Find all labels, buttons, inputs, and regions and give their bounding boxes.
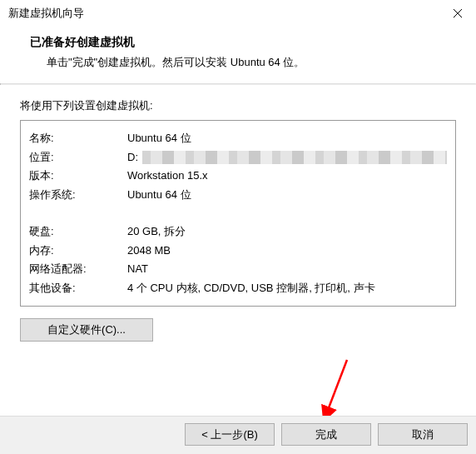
wizard-header: 已准备好创建虚拟机 单击"完成"创建虚拟机。然后可以安装 Ubuntu 64 位… [0, 27, 476, 83]
summary-value: Ubuntu 64 位 [127, 129, 447, 148]
summary-row-other: 其他设备: 4 个 CPU 内核, CD/DVD, USB 控制器, 打印机, … [29, 279, 447, 298]
svg-line-2 [325, 360, 347, 417]
summary-value: 2048 MB [127, 242, 447, 261]
summary-value: D: [127, 148, 447, 167]
summary-label: 名称: [29, 129, 127, 148]
summary-row-os: 操作系统: Ubuntu 64 位 [29, 186, 447, 205]
window-close-button[interactable] [439, 1, 476, 26]
summary-row-disk: 硬盘: 20 GB, 拆分 [29, 222, 447, 242]
summary-value: 20 GB, 拆分 [127, 222, 447, 242]
redacted-location-path [142, 151, 447, 165]
wizard-heading: 已准备好创建虚拟机 [20, 35, 456, 50]
summary-row-net: 网络适配器: NAT [29, 260, 447, 279]
wizard-subheading: 单击"完成"创建虚拟机。然后可以安装 Ubuntu 64 位。 [20, 55, 456, 70]
summary-row-memory: 内存: 2048 MB [29, 242, 447, 261]
wizard-footer: < 上一步(B) 完成 取消 [0, 416, 476, 454]
summary-label: 内存: [29, 242, 127, 261]
summary-spacer [29, 204, 447, 222]
customize-hardware-button[interactable]: 自定义硬件(C)... [20, 318, 153, 342]
summary-row-name: 名称: Ubuntu 64 位 [29, 129, 447, 148]
summary-label: 网络适配器: [29, 260, 127, 279]
summary-row-location: 位置: D: [29, 148, 447, 167]
finish-button[interactable]: 完成 [281, 423, 371, 446]
titlebar: 新建虚拟机向导 [0, 0, 476, 27]
summary-caption: 将使用下列设置创建虚拟机: [20, 98, 456, 113]
summary-label: 位置: [29, 148, 127, 167]
summary-value: NAT [127, 260, 447, 279]
summary-row-version: 版本: Workstation 15.x [29, 167, 447, 186]
back-button[interactable]: < 上一步(B) [185, 423, 275, 446]
location-prefix: D: [127, 151, 138, 163]
summary-box: 名称: Ubuntu 64 位 位置: D: 版本: Workstation 1… [20, 120, 456, 307]
close-icon [454, 9, 462, 17]
window-title: 新建虚拟机向导 [8, 6, 84, 21]
summary-label: 硬盘: [29, 222, 127, 242]
summary-value: Ubuntu 64 位 [127, 186, 447, 205]
wizard-content: 将使用下列设置创建虚拟机: 名称: Ubuntu 64 位 位置: D: 版本:… [0, 85, 476, 342]
summary-label: 版本: [29, 167, 127, 186]
summary-label: 其他设备: [29, 279, 127, 298]
customize-row: 自定义硬件(C)... [20, 318, 456, 342]
cancel-button[interactable]: 取消 [378, 423, 468, 446]
summary-value: 4 个 CPU 内核, CD/DVD, USB 控制器, 打印机, 声卡 [127, 279, 447, 298]
summary-value: Workstation 15.x [127, 167, 447, 186]
summary-label: 操作系统: [29, 186, 127, 205]
